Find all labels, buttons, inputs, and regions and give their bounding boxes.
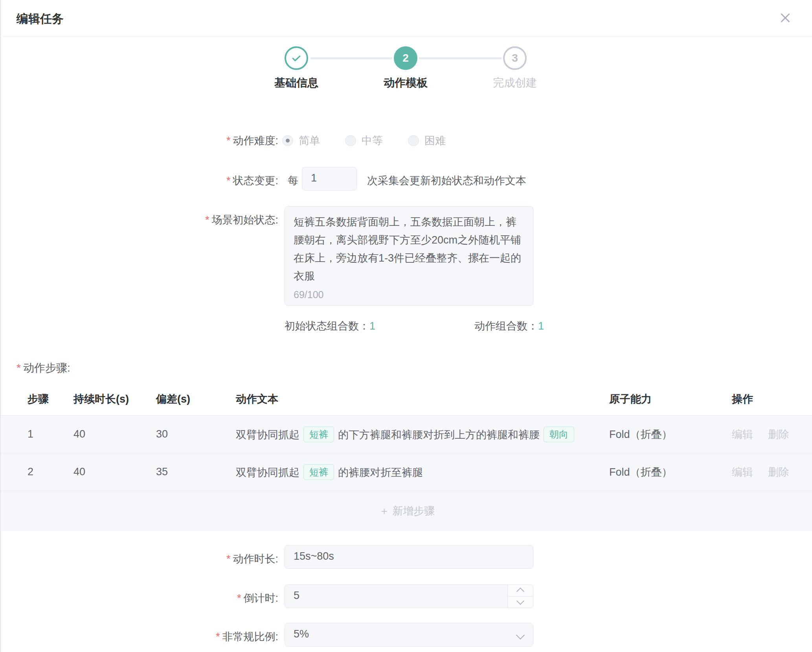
step-3-number: 3 (512, 52, 518, 64)
col-duration: 持续时长(s) (73, 392, 156, 406)
add-step-button[interactable]: ＋ 新增步骤 (1, 491, 812, 531)
col-text: 动作文本 (236, 392, 609, 406)
chevron-down-icon (516, 597, 524, 605)
required-mark: * (216, 631, 220, 643)
radio-selected-icon (282, 135, 293, 146)
unusual-ratio-select[interactable]: 5% (285, 623, 533, 647)
required-mark: * (205, 214, 209, 226)
number-spinner (507, 585, 533, 608)
cell-deviation: 30 (156, 428, 236, 440)
dialog-header: 编辑任务 (1, 0, 812, 37)
countdown-label: *倒计时: (1, 591, 278, 605)
cell-actions: 编辑删除 (732, 427, 812, 441)
radio-option-easy[interactable]: 简单 (282, 134, 320, 148)
state-change-label: *状态变更: (1, 174, 278, 188)
duration-input[interactable]: 15s~80s (285, 545, 533, 569)
action-combos-value: 1 (538, 320, 544, 332)
close-button[interactable] (778, 11, 792, 25)
edit-task-dialog: 编辑任务 2 3 基础信息 动作模板 完成创建 *动作难度: 简单 中等 (0, 0, 812, 652)
radio-icon (345, 135, 356, 146)
step-2-number: 2 (402, 52, 409, 64)
step-2-circle: 2 (394, 46, 417, 70)
edit-link[interactable]: 编辑 (732, 466, 753, 478)
countdown-input[interactable]: 5 (285, 584, 533, 608)
check-icon (290, 52, 302, 64)
cell-deviation: 35 (156, 466, 236, 478)
radio-label: 简单 (299, 134, 320, 148)
required-mark: * (226, 135, 231, 147)
step-connector (419, 57, 502, 59)
step-connector (310, 57, 392, 59)
cell-step: 2 (28, 466, 73, 478)
delete-link[interactable]: 删除 (768, 466, 789, 478)
required-mark: * (226, 553, 231, 565)
edit-link[interactable]: 编辑 (732, 429, 753, 440)
required-mark: * (17, 362, 21, 374)
step-3-circle: 3 (503, 46, 527, 70)
step-3-label: 完成创建 (472, 75, 558, 90)
radio-label: 中等 (362, 134, 383, 148)
radio-option-medium[interactable]: 中等 (345, 134, 383, 148)
increase-button[interactable] (508, 585, 533, 597)
radio-option-hard[interactable]: 困难 (408, 134, 446, 148)
initial-combos-value: 1 (369, 320, 375, 332)
action-steps-table: 步骤 持续时长(s) 偏差(s) 动作文本 原子能力 操作 1 40 30 双臂… (1, 383, 812, 531)
required-mark: * (226, 175, 231, 187)
radio-label: 困难 (424, 134, 446, 148)
table-row: 2 40 35 双臂协同抓起短裤的裤腰对折至裤腿 Fold（折叠） 编辑删除 (1, 453, 812, 491)
state-change-prefix: 每 (288, 174, 298, 188)
action-combos: 动作组合数：1 (474, 319, 544, 333)
char-counter: 69/100 (294, 289, 323, 300)
object-tag: 短裤 (303, 427, 334, 442)
difficulty-label: *动作难度: (1, 134, 278, 148)
cell-step: 1 (28, 428, 73, 440)
cell-action-text: 双臂协同抓起短裤的裤腰对折至裤腿 (236, 464, 609, 480)
unusual-ratio-label: *非常规比例: (1, 630, 278, 644)
step-2-label: 动作模板 (362, 75, 449, 90)
cell-duration: 40 (73, 466, 156, 478)
cell-actions: 编辑删除 (732, 465, 812, 479)
col-deviation: 偏差(s) (156, 392, 236, 406)
page-title: 编辑任务 (17, 11, 64, 27)
col-step: 步骤 (28, 392, 73, 406)
orientation-tag: 朝向 (544, 427, 574, 442)
cell-ability: Fold（折叠） (609, 465, 732, 479)
cell-action-text: 双臂协同抓起短裤的下方裤腿和裤腰对折到上方的裤腿和裤腰朝向 (236, 427, 609, 442)
difficulty-radio-group: 简单 中等 困难 (282, 134, 471, 148)
combination-counts: 初始状态组合数：1 动作组合数：1 (285, 319, 544, 333)
state-change-suffix: 次采集会更新初始状态和动作文本 (367, 174, 526, 188)
table-header-row: 步骤 持续时长(s) 偏差(s) 动作文本 原子能力 操作 (1, 383, 812, 415)
table-row: 1 40 30 双臂协同抓起短裤的下方裤腿和裤腰对折到上方的裤腿和裤腰朝向 Fo… (1, 415, 812, 453)
initial-state-textarea[interactable]: 短裤五条数据背面朝上，五条数据正面朝上，裤腰朝右，离头部视野下方至少20cm之外… (285, 206, 533, 306)
action-steps-label: *动作步骤: (17, 361, 70, 375)
duration-label: *动作时长: (1, 552, 278, 566)
decrease-button[interactable] (508, 597, 533, 608)
object-tag: 短裤 (303, 464, 334, 480)
step-1-label: 基础信息 (253, 75, 340, 90)
initial-combos: 初始状态组合数：1 (285, 319, 375, 333)
delete-link[interactable]: 删除 (768, 429, 789, 440)
step-1-circle (285, 46, 308, 70)
col-ability: 原子能力 (609, 392, 732, 406)
initial-state-label: *场景初始状态: (1, 213, 278, 227)
radio-icon (408, 135, 419, 146)
state-change-input[interactable]: 1 (302, 167, 357, 190)
required-mark: * (237, 592, 241, 604)
chevron-up-icon (516, 588, 524, 595)
cell-ability: Fold（折叠） (609, 427, 732, 441)
col-actions: 操作 (732, 392, 812, 406)
cell-duration: 40 (73, 428, 156, 440)
